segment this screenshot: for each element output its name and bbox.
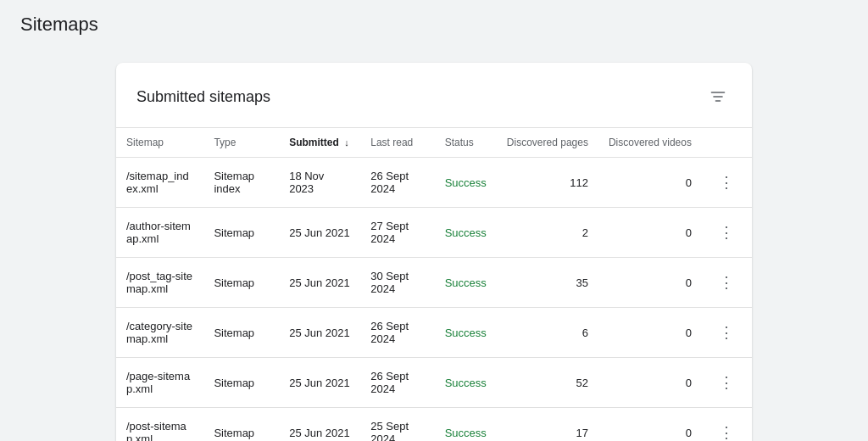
cell-status: Success <box>435 208 497 258</box>
cell-last-read: 26 Sept 2024 <box>360 358 434 408</box>
cell-type: Sitemap <box>203 258 279 308</box>
cell-type: Sitemap <box>203 208 279 258</box>
col-disc-videos: Discovered videos <box>598 128 702 158</box>
cell-disc-pages: 6 <box>497 308 598 358</box>
more-options-icon[interactable]: ⋮ <box>712 321 742 343</box>
cell-submitted: 25 Jun 2021 <box>279 408 360 442</box>
cell-last-read: 25 Sept 2024 <box>360 408 434 442</box>
table-row: /post-sitemap.xml Sitemap 25 Jun 2021 25… <box>116 408 752 442</box>
table-row: /category-sitemap.xml Sitemap 25 Jun 202… <box>116 308 752 358</box>
table-header-row: Sitemap Type Submitted ↓ Last read Statu… <box>116 128 752 158</box>
cell-disc-pages: 17 <box>497 408 598 442</box>
cell-type: Sitemap <box>203 308 279 358</box>
cell-more[interactable]: ⋮ <box>702 408 752 442</box>
filter-icon[interactable] <box>704 83 732 110</box>
cell-sitemap: /post_tag-sitemap.xml <box>116 258 203 308</box>
cell-status: Success <box>435 408 497 442</box>
cell-sitemap: /category-sitemap.xml <box>116 308 203 358</box>
cell-disc-videos: 0 <box>598 308 702 358</box>
cell-more[interactable]: ⋮ <box>702 258 752 308</box>
cell-disc-videos: 0 <box>598 358 702 408</box>
cell-status: Success <box>435 308 497 358</box>
col-sitemap: Sitemap <box>116 128 203 158</box>
page-title: Sitemaps <box>0 0 868 49</box>
col-disc-pages: Discovered pages <box>497 128 598 158</box>
cell-disc-pages: 2 <box>497 208 598 258</box>
more-options-icon[interactable]: ⋮ <box>712 271 742 293</box>
cell-status: Success <box>435 358 497 408</box>
cell-sitemap: /page-sitemap.xml <box>116 358 203 408</box>
col-last-read: Last read <box>360 128 434 158</box>
cell-submitted: 25 Jun 2021 <box>279 258 360 308</box>
cell-submitted: 25 Jun 2021 <box>279 358 360 408</box>
cell-more[interactable]: ⋮ <box>702 358 752 408</box>
col-type: Type <box>203 128 279 158</box>
table-row: /page-sitemap.xml Sitemap 25 Jun 2021 26… <box>116 358 752 408</box>
cell-submitted: 25 Jun 2021 <box>279 208 360 258</box>
cell-more[interactable]: ⋮ <box>702 308 752 358</box>
cell-disc-videos: 0 <box>598 258 702 308</box>
card-title: Submitted sitemaps <box>136 88 270 106</box>
col-submitted[interactable]: Submitted ↓ <box>279 128 360 158</box>
more-options-icon[interactable]: ⋮ <box>712 421 742 441</box>
table-row: /sitemap_index.xml Sitemap index 18 Nov … <box>116 158 752 208</box>
cell-disc-pages: 35 <box>497 258 598 308</box>
cell-last-read: 26 Sept 2024 <box>360 158 434 208</box>
cell-disc-pages: 52 <box>497 358 598 408</box>
col-actions <box>702 128 752 158</box>
cell-sitemap: /author-sitemap.xml <box>116 208 203 258</box>
cell-disc-videos: 0 <box>598 408 702 442</box>
more-options-icon[interactable]: ⋮ <box>712 171 742 193</box>
more-options-icon[interactable]: ⋮ <box>712 221 742 243</box>
cell-submitted: 18 Nov 2023 <box>279 158 360 208</box>
cell-type: Sitemap index <box>203 158 279 208</box>
cell-status: Success <box>435 258 497 308</box>
cell-sitemap: /post-sitemap.xml <box>116 408 203 442</box>
cell-type: Sitemap <box>203 358 279 408</box>
cell-last-read: 26 Sept 2024 <box>360 308 434 358</box>
table-row: /post_tag-sitemap.xml Sitemap 25 Jun 202… <box>116 258 752 308</box>
cell-more[interactable]: ⋮ <box>702 158 752 208</box>
cell-last-read: 30 Sept 2024 <box>360 258 434 308</box>
cell-sitemap: /sitemap_index.xml <box>116 158 203 208</box>
cell-last-read: 27 Sept 2024 <box>360 208 434 258</box>
sitemaps-table: Sitemap Type Submitted ↓ Last read Statu… <box>116 127 752 441</box>
cell-submitted: 25 Jun 2021 <box>279 308 360 358</box>
cell-more[interactable]: ⋮ <box>702 208 752 258</box>
sitemaps-card: Submitted sitemaps Sitemap Type Submitte… <box>116 63 752 441</box>
card-header: Submitted sitemaps <box>116 83 752 127</box>
cell-disc-videos: 0 <box>598 208 702 258</box>
cell-disc-pages: 112 <box>497 158 598 208</box>
cell-disc-videos: 0 <box>598 158 702 208</box>
table-row: /author-sitemap.xml Sitemap 25 Jun 2021 … <box>116 208 752 258</box>
cell-type: Sitemap <box>203 408 279 442</box>
cell-status: Success <box>435 158 497 208</box>
sort-arrow-icon: ↓ <box>344 137 349 148</box>
col-status: Status <box>435 128 497 158</box>
more-options-icon[interactable]: ⋮ <box>712 371 742 394</box>
